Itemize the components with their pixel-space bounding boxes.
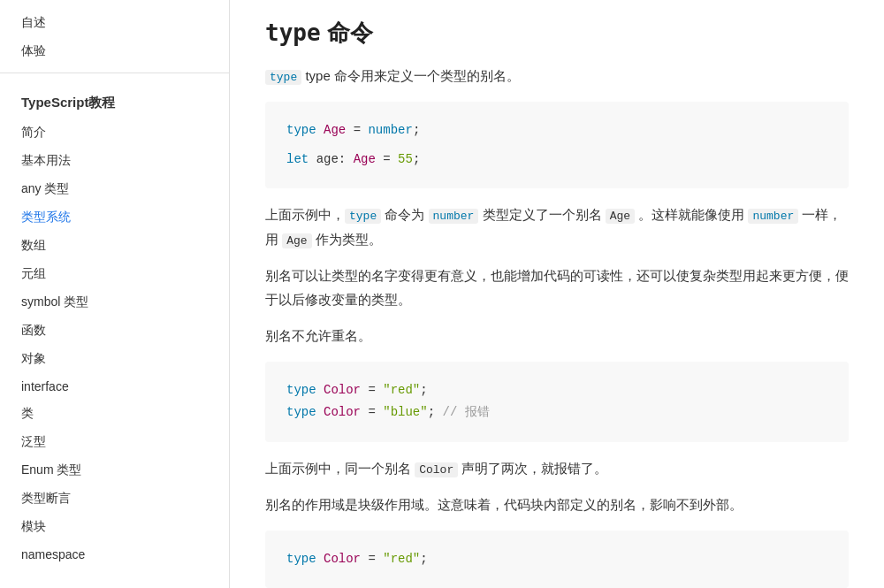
sidebar-item-generic[interactable]: 泛型 — [0, 428, 229, 456]
code-line-5: type Color = "red"; — [286, 548, 827, 570]
code-line-4: type Color = "blue"; // 报错 — [286, 401, 827, 424]
intro-text: type type 命令用来定义一个类型的别名。 — [265, 65, 849, 88]
sidebar-item-enum[interactable]: Enum 类型 — [0, 456, 229, 485]
sidebar-item-self[interactable]: 自述 — [0, 9, 229, 37]
sidebar-item-function[interactable]: 函数 — [0, 317, 229, 345]
body-para-2: 别名可以让类型的名字变得更有意义，也能增加代码的可读性，还可以使复杂类型用起来更… — [265, 263, 849, 311]
code-line-1: type Age = number; — [286, 119, 827, 141]
sidebar-item-array[interactable]: 数组 — [0, 232, 229, 260]
sidebar-divider — [0, 73, 229, 73]
inline-code-type: type — [265, 70, 301, 85]
sidebar-item-interface[interactable]: interface — [0, 373, 229, 400]
code-line-3: type Color = "red"; — [286, 379, 827, 401]
sidebar-item-namespace[interactable]: namespace — [0, 541, 229, 568]
main-content: type 命令 type type 命令用来定义一个类型的别名。 type Ag… — [230, 0, 884, 588]
sidebar-item-type-system[interactable]: 类型系统 — [0, 203, 229, 232]
code-block-1: type Age = number; let age: Age = 55; — [265, 102, 849, 188]
sidebar-item-basic[interactable]: 基本用法 — [0, 147, 229, 175]
sidebar-item-any[interactable]: any 类型 — [0, 175, 229, 203]
sidebar-item-object[interactable]: 对象 — [0, 345, 229, 373]
sidebar-item-intro[interactable]: 简介 — [0, 118, 229, 147]
code-block-3: type Color = "red"; — [265, 531, 849, 588]
body-para-4: 上面示例中，同一个别名 Color 声明了两次，就报错了。 — [265, 456, 849, 480]
page-title: type 命令 — [265, 18, 849, 49]
sidebar-item-symbol[interactable]: symbol 类型 — [0, 288, 229, 317]
sidebar-item-class[interactable]: 类 — [0, 400, 229, 428]
sidebar-item-module[interactable]: 模块 — [0, 513, 229, 541]
sidebar: 自述 体验 TypeScript教程 简介 基本用法 any 类型 类型系统 数… — [0, 0, 230, 588]
body-para-5: 别名的作用域是块级作用域。这意味着，代码块内部定义的别名，影响不到外部。 — [265, 493, 849, 516]
code-block-2: type Color = "red"; type Color = "blue";… — [265, 362, 849, 441]
sidebar-section-title: TypeScript教程 — [0, 80, 229, 118]
body-para-1: 上面示例中，type 命令为 number 类型定义了一个别名 Age 。这样就… — [265, 202, 849, 251]
sidebar-item-type-assert[interactable]: 类型断言 — [0, 485, 229, 513]
code-line-2: let age: Age = 55; — [286, 149, 827, 171]
sidebar-item-tuple[interactable]: 元组 — [0, 260, 229, 288]
sidebar-item-experience[interactable]: 体验 — [0, 37, 229, 65]
body-para-3: 别名不允许重名。 — [265, 324, 849, 347]
